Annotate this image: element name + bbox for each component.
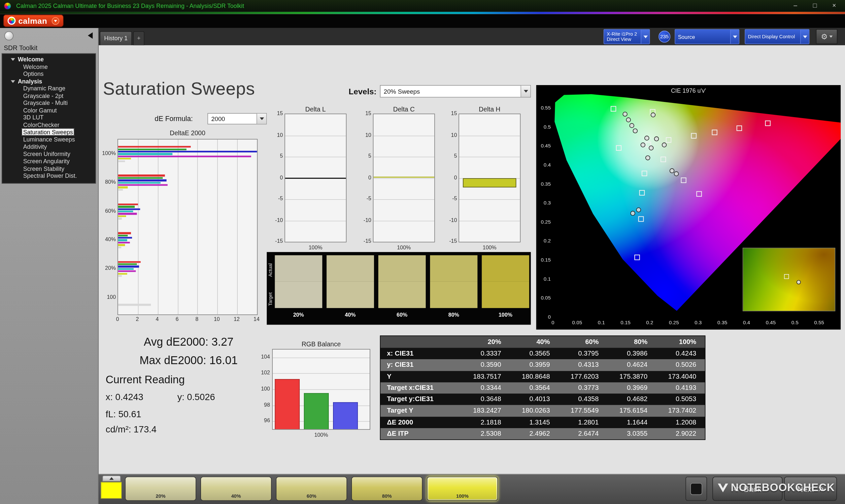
meter-dropdown-arrow[interactable] — [641, 30, 649, 43]
bar-green — [118, 177, 163, 179]
table-cell: 180.8648 — [510, 371, 559, 382]
close-button[interactable]: × — [825, 0, 844, 12]
add-tab-button[interactable]: + — [133, 31, 144, 45]
sidebar-item-spectral-power-dist[interactable]: Spectral Power Dist. — [2, 172, 95, 179]
meter-status-badge[interactable]: 235 — [658, 31, 670, 42]
sidebar-item-3d-lut[interactable]: 3D LUT — [2, 114, 95, 121]
actual-swatch — [430, 255, 478, 282]
de-formula-dropdown-arrow[interactable] — [257, 113, 266, 124]
axis-label: 14 — [251, 316, 261, 322]
next-button[interactable]: Next » — [784, 476, 837, 501]
swatch-label: 60% — [378, 312, 426, 318]
bar-yellow — [118, 273, 127, 275]
display-control-dropdown-arrow[interactable] — [800, 30, 809, 43]
axis-label: 80% — [99, 179, 116, 185]
sidebar-item-dynamic-range[interactable]: Dynamic Range — [2, 85, 95, 92]
gridline — [272, 358, 370, 358]
rgb-balance-x-label: 100% — [272, 432, 370, 438]
sidebar-item-saturation-sweeps[interactable]: Saturation Sweeps — [2, 129, 95, 136]
gridline — [373, 157, 434, 157]
delta-l-title: Delta L — [279, 106, 352, 113]
axis-label: 98 — [256, 401, 270, 407]
table-cell: 0.4193 — [656, 382, 705, 394]
axis-label: 60% — [99, 208, 116, 214]
pattern-preview-button[interactable] — [686, 476, 707, 501]
sidebar-item-welcome[interactable]: Welcome — [2, 63, 95, 71]
chevron-right-icon: » — [818, 483, 824, 493]
table-row-target-x-cie31: Target x:CIE310.33440.35640.37730.39690.… — [381, 382, 705, 394]
gridline — [217, 140, 218, 315]
bar-magenta — [118, 155, 251, 157]
sidebar-menu-button[interactable] — [4, 31, 14, 40]
sidebar-item-colorchecker[interactable]: ColorChecker — [2, 121, 95, 129]
sidebar-item-screen-uniformity[interactable]: Screen Uniformity — [2, 150, 95, 158]
sidebar-item-additivity[interactable]: Additivity — [2, 143, 95, 150]
sidebar-item-screen-stability[interactable]: Screen Stability — [2, 165, 95, 172]
sidebar-item-color-gamut[interactable]: Color Gamut — [2, 107, 95, 114]
meter-dropdown[interactable]: X-Rite i1Pro 2 Direct View — [604, 29, 650, 44]
inset-target-square — [784, 274, 789, 279]
sidebar: SDR Toolkit WelcomeWelcomeOptionsAnalysi… — [0, 28, 99, 504]
levels-label: Levels: — [349, 87, 376, 96]
swatch-label: 80% — [430, 312, 478, 318]
pattern-window-popout-button[interactable] — [102, 475, 121, 482]
svg-text:0.35: 0.35 — [717, 320, 727, 325]
calman-logo[interactable]: calman — [3, 15, 64, 27]
row-label: Target x:CIE31 — [381, 382, 461, 394]
swatch-100 — [482, 255, 529, 308]
sidebar-collapse-icon[interactable] — [88, 32, 93, 39]
axis-label: 100 — [256, 385, 270, 392]
levels-dropdown-arrow[interactable] — [521, 86, 530, 97]
gridline — [373, 199, 434, 200]
axis-label: 20% — [99, 265, 116, 271]
svg-text:0.3: 0.3 — [694, 320, 702, 325]
source-dropdown[interactable]: Source — [675, 29, 739, 44]
sweep-pattern-80[interactable]: 80% — [351, 476, 423, 501]
levels-dropdown[interactable]: 20% Sweeps — [380, 85, 531, 97]
sweep-pattern-20[interactable]: 20% — [125, 476, 196, 501]
workflow-tree: WelcomeWelcomeOptionsAnalysisDynamic Ran… — [2, 53, 96, 184]
current-pattern-swatch[interactable] — [101, 482, 122, 499]
rainbow-accent-strip — [0, 12, 845, 14]
arrow-up-icon — [109, 477, 113, 480]
axis-label: 100% — [284, 245, 347, 250]
sidebar-item-options[interactable]: Options — [2, 71, 95, 78]
minimize-button[interactable]: – — [786, 0, 805, 12]
table-cell: 0.4682 — [608, 394, 656, 406]
tree-section-analysis[interactable]: Analysis — [2, 78, 95, 85]
de-formula-dropdown[interactable]: 2000 — [208, 113, 267, 124]
display-control-dropdown[interactable]: Direct Display Control — [745, 29, 809, 44]
table-header-cell: 40% — [510, 336, 559, 348]
sweep-pattern-40[interactable]: 40% — [200, 476, 272, 501]
tree-section-welcome[interactable]: Welcome — [2, 56, 95, 63]
sidebar-item-luminance-sweeps[interactable]: Luminance Sweeps — [2, 136, 95, 143]
current-reading-y: y: 0.5026 — [177, 392, 215, 403]
bar-red — [118, 261, 141, 263]
gridline — [272, 373, 370, 374]
chevron-down-icon — [733, 35, 737, 38]
sidebar-item-grayscale-2pt[interactable]: Grayscale - 2pt — [2, 92, 95, 100]
svg-text:0.2: 0.2 — [544, 238, 551, 244]
sweep-pattern-100[interactable]: 100% — [427, 476, 498, 501]
back-button[interactable]: « Back — [712, 476, 782, 501]
svg-text:0.55: 0.55 — [541, 105, 550, 110]
collapse-triangle-icon — [11, 58, 15, 61]
tab-history-1[interactable]: History 1 — [100, 31, 132, 45]
axis-label: 5 — [442, 153, 457, 159]
axis-label: 2 — [133, 316, 142, 322]
axis-label: 100% — [458, 245, 521, 250]
table-cell: 2.9022 — [656, 428, 705, 440]
deltae-chart-plot — [118, 139, 258, 315]
source-dropdown-arrow[interactable] — [730, 30, 739, 43]
sweep-pattern-label: 100% — [427, 493, 497, 499]
svg-text:0.25: 0.25 — [541, 219, 550, 224]
delta-c-plot — [373, 113, 435, 242]
settings-button[interactable]: ⚙ — [816, 29, 838, 44]
sidebar-item-grayscale-multi[interactable]: Grayscale - Multi — [2, 100, 95, 107]
maximize-button[interactable]: □ — [805, 0, 825, 12]
axis-label: 0 — [357, 174, 371, 180]
sidebar-item-screen-angularity[interactable]: Screen Angularity — [2, 158, 95, 165]
sweep-pattern-60[interactable]: 60% — [276, 476, 347, 501]
sweep-pattern-label: 40% — [201, 493, 271, 499]
calman-menu-button[interactable] — [52, 17, 59, 24]
